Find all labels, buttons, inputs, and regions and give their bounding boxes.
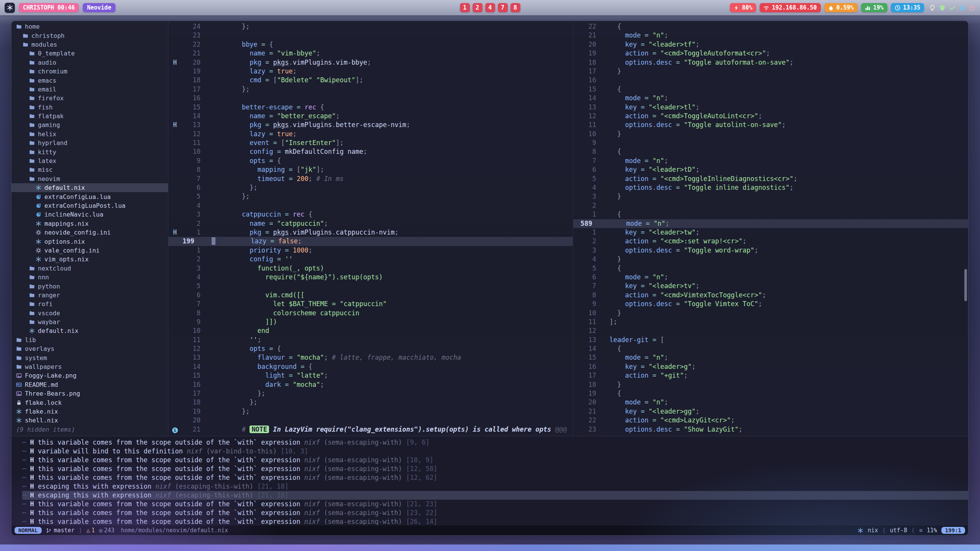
tree-folder[interactable]: neovim [11,174,168,183]
code-line[interactable]: 9 options.desc = "Toggle Vimtex ToC"; [573,300,968,308]
code-line[interactable]: 2 name = "catppuccin"; [168,219,573,228]
code-line[interactable]: 5 action = "<cmd>ToggleInlineDiagnostics… [573,174,968,183]
tree-item[interactable]: extraConfigLua.lua [11,192,168,201]
code-line[interactable]: 12 opts = { [168,344,573,353]
workspace-button[interactable]: 4 [485,3,495,12]
tree-item[interactable]: neovide_config.ini [11,228,168,237]
code-line[interactable]: 17 } [573,67,968,76]
tree-folder[interactable]: christoph [11,31,168,40]
code-line[interactable]: 13 leader-git = [ [573,336,968,344]
code-line[interactable]: 7 key = "<leader>tv"; [573,282,968,290]
code-line[interactable]: 9 [573,139,968,147]
tray-vpn[interactable] [939,5,946,11]
tree-item[interactable]: default.nix [11,183,168,192]
code-line[interactable]: 8 colorscheme catppuccin [168,309,573,318]
code-line[interactable]: 5 { [573,264,968,273]
code-line[interactable]: 589 mode = "n"; [573,219,968,228]
code-line[interactable]: 22 action = "<cmd>LazyGit<cr>"; [573,416,968,425]
code-line[interactable]: 19 }; [168,407,573,416]
tree-folder[interactable]: flatpak [11,112,168,121]
code-line[interactable]: 3 function(_, opts) [168,264,573,273]
code-line[interactable]: 6 vim.cmd([[ [168,291,573,300]
tree-folder[interactable]: emacs [11,76,168,85]
user-uptime-badge[interactable]: CHRISTOPH 00:46 [19,3,79,12]
code-line[interactable]: 18 cmd = ["Bdelete" "Bwipeout"]; [168,76,573,85]
code-line[interactable]: 23 options.desc = "Show LazyGit"; [573,425,968,434]
code-line[interactable]: 1 key = "<leader>tw"; [573,228,968,237]
code-line[interactable]: 3 } [573,192,968,201]
workspace-button[interactable]: 7 [498,3,508,12]
tray-status-ok[interactable] [949,5,956,11]
diagnostic-row[interactable]: ─ H this variable comes from the scope o… [22,438,968,447]
code-line[interactable]: 16 key = "<leader>g"; [573,362,968,371]
launcher-button[interactable] [5,3,15,13]
code-line[interactable]: 4 [168,201,573,210]
code-line[interactable]: 10 config = mkDefaultConfig name; [168,147,573,156]
tree-item[interactable]: (9 hidden items) [11,425,168,434]
tree-folder[interactable]: latex [11,156,168,165]
git-branch[interactable]: master [46,527,75,534]
code-line[interactable]: 6 }; [168,183,573,192]
code-line[interactable]: 9 opts = { [168,156,573,165]
topbar-clock-pill[interactable]: 13:35 [891,3,924,12]
tree-item[interactable]: inclineNavic.lua [11,210,168,219]
tree-folder[interactable]: firefox [11,94,168,103]
code-line[interactable]: 12 [573,326,968,335]
tree-item[interactable]: options.nix [11,237,168,246]
code-line[interactable]: 4 options.desc = "Toggle inline diagnost… [573,183,968,192]
code-line[interactable]: 18 }; [168,398,573,407]
code-line[interactable]: 12 lazy = true; [168,130,573,139]
tree-folder[interactable]: kitty [11,147,168,156]
tree-folder[interactable]: nnn [11,273,168,282]
code-line[interactable]: 20 [168,416,573,425]
code-line[interactable]: 10 end [168,326,573,335]
code-line[interactable]: 21 key = "<leader>gg"; [573,407,968,416]
tree-folder[interactable]: lib [11,336,168,344]
code-line[interactable]: 14 { [573,344,968,353]
tree-folder[interactable]: home [11,22,168,31]
tree-folder[interactable]: hyprland [11,139,168,147]
code-line[interactable]: 6 key = "<leader>tD"; [573,165,968,174]
code-line[interactable]: 17 }; [168,85,573,94]
code-line[interactable]: 20 mode = "n"; [573,398,968,407]
code-line[interactable]: 17 }; [168,389,573,398]
code-line[interactable]: 3 options.desc = "Toggle word-wrap"; [573,246,968,255]
code-line[interactable]: 5 [168,282,573,290]
diagnostic-row[interactable]: ─ H this variable comes from the scope o… [22,473,968,482]
tree-folder[interactable]: system [11,353,168,362]
tree-folder[interactable]: wallpapers [11,362,168,371]
code-line[interactable]: 16 dark = "mocha"; [168,380,573,389]
topbar-memory-pill[interactable]: 19% [861,3,887,12]
code-line[interactable]: 17 action = "+git"; [573,371,968,380]
scrollbar-thumb[interactable] [964,269,967,301]
code-line[interactable]: 2 [573,201,968,210]
code-line[interactable]: 11 ]; [573,318,968,326]
tree-item[interactable]: Foggy-Lake.png [11,371,168,380]
code-line[interactable]: 4 require("${name}").setup(opts) [168,273,573,282]
diagnostic-row[interactable]: ─ H this variable comes from the scope o… [22,500,968,509]
tree-folder[interactable]: misc [11,165,168,174]
tree-folder[interactable]: gaming [11,121,168,129]
code-line[interactable]: 7 let $BAT_THEME = "catppuccin" [168,300,573,308]
code-line[interactable]: 22 { [573,22,968,31]
editor-pane-main[interactable]: 24 };2322 bbye = {21 name = "vim-bbye";H… [168,21,573,436]
code-line[interactable]: 7 timeout = 200; # In ms [168,174,573,183]
tree-item[interactable]: vim_opts.nix [11,255,168,264]
diagnostic-row[interactable]: ─ H this variable comes from the scope o… [22,509,968,517]
tree-folder[interactable]: helix [11,130,168,139]
tree-item[interactable]: flake.nix [11,407,168,416]
code-line[interactable]: H1 pkg = pkgs.vimPlugins.catppuccin-nvim… [168,228,573,237]
diagnostic-row[interactable]: ─ H this variable comes from the scope o… [22,456,968,465]
tray-keyboard-light[interactable] [929,5,936,11]
tree-folder[interactable]: waybar [11,318,168,326]
code-line[interactable]: 11 ''; [168,336,573,344]
tree-item[interactable]: flake.lock [11,398,168,407]
code-line[interactable]: 22 bbye = { [168,40,573,49]
code-line[interactable]: 3 catppuccin = rec { [168,210,573,219]
active-app-badge[interactable]: Neovide [83,3,115,12]
tree-item[interactable]: Three-Bears.png [11,389,168,398]
code-line[interactable]: 14 mode = "n"; [573,94,968,103]
tree-item[interactable]: default.nix [11,326,168,335]
code-line[interactable]: H20 pkg = pkgs.vimPlugins.vim-bbye; [168,58,573,67]
code-line[interactable]: 15 better-escape = rec { [168,103,573,112]
